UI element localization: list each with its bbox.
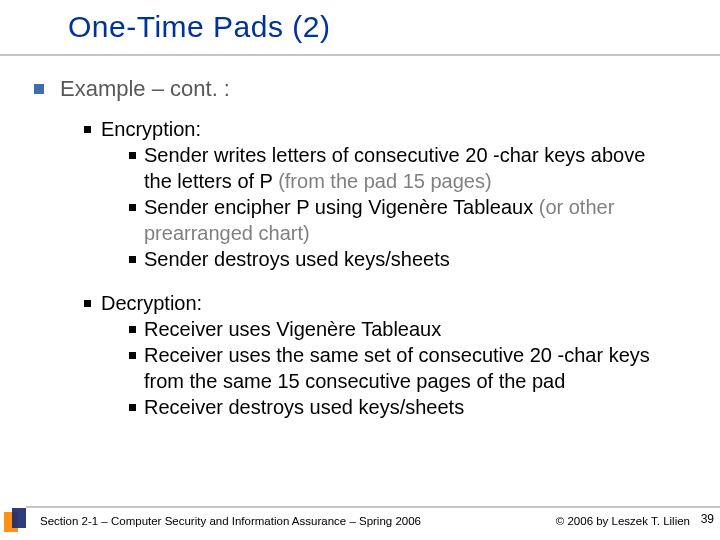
heading-text: Example – cont. : <box>60 76 230 102</box>
encryption-heading: Encryption: <box>84 116 690 142</box>
footer-left-text: Section 2-1 – Computer Security and Info… <box>40 515 556 527</box>
list-item-text: Receiver uses the same set of consecutiv… <box>144 342 690 394</box>
square-bullet-icon <box>129 152 136 159</box>
decryption-label: Decryption: <box>101 290 202 316</box>
footer: Section 2-1 – Computer Security and Info… <box>0 508 720 534</box>
title-underline <box>0 54 720 56</box>
list-item: Sender writes letters of consecutive 20 … <box>129 142 690 194</box>
square-bullet-icon <box>34 84 44 94</box>
encryption-label: Encryption: <box>101 116 201 142</box>
accent-logo-icon <box>4 508 26 534</box>
list-item-text: Sender destroys used keys/sheets <box>144 246 470 272</box>
square-bullet-icon <box>129 256 136 263</box>
content-area: Example – cont. : Encryption: Sender wri… <box>0 56 720 420</box>
decryption-heading: Decryption: <box>84 290 690 316</box>
square-bullet-icon <box>129 204 136 211</box>
list-item: Receiver destroys used keys/sheets <box>129 394 690 420</box>
slide-title: One-Time Pads (2) <box>0 0 720 44</box>
list-item: Sender encipher P using Vigenère Tableau… <box>129 194 690 246</box>
list-item-text: Receiver uses Vigenère Tableaux <box>144 316 461 342</box>
square-bullet-icon <box>129 326 136 333</box>
square-bullet-icon <box>129 352 136 359</box>
list-item-text: Sender encipher P using Vigenère Tableau… <box>144 194 690 246</box>
square-bullet-icon <box>84 126 91 133</box>
list-item: Receiver uses the same set of consecutiv… <box>129 342 690 394</box>
list-item: Sender destroys used keys/sheets <box>129 246 690 272</box>
square-bullet-icon <box>84 300 91 307</box>
heading-row: Example – cont. : <box>34 76 690 102</box>
square-bullet-icon <box>129 404 136 411</box>
footer-right-text: © 2006 by Leszek T. Lilien <box>556 515 690 527</box>
page-number: 39 <box>701 512 714 526</box>
list-item: Receiver uses Vigenère Tableaux <box>129 316 690 342</box>
list-item-text: Sender writes letters of consecutive 20 … <box>144 142 690 194</box>
list-item-text: Receiver destroys used keys/sheets <box>144 394 484 420</box>
